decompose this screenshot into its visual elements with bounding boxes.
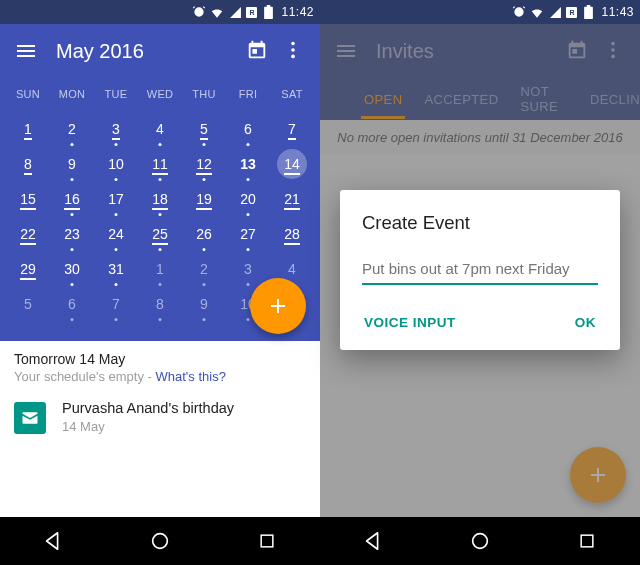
today-icon[interactable] — [246, 39, 270, 63]
whats-this-link[interactable]: What's this? — [155, 369, 225, 384]
calendar-day[interactable]: 24 — [94, 218, 138, 250]
calendar-day[interactable]: 7 — [270, 113, 314, 145]
fab-add-button[interactable] — [250, 278, 306, 334]
plus-icon — [266, 294, 290, 318]
calendar-day[interactable]: 6 — [50, 288, 94, 320]
calendar-day[interactable]: 20 — [226, 183, 270, 215]
alarm-icon — [512, 5, 526, 19]
wifi-icon — [530, 5, 544, 19]
envelope-icon — [14, 402, 46, 434]
r-indicator-icon: R — [566, 7, 577, 18]
tomorrow-label: Tomorrow 14 May — [14, 351, 306, 367]
calendar-day[interactable]: 5 — [6, 288, 50, 320]
home-icon[interactable] — [147, 528, 173, 554]
tomorrow-header: Tomorrow 14 May Your schedule's empty - … — [0, 341, 320, 386]
calendar-day[interactable]: 29 — [6, 253, 50, 285]
back-icon[interactable] — [40, 528, 66, 554]
calendar-day[interactable]: 31 — [94, 253, 138, 285]
calendar-day[interactable]: 4 — [138, 113, 182, 145]
calendar-day[interactable]: 2 — [182, 253, 226, 285]
svg-point-8 — [473, 534, 488, 549]
calendar-day[interactable]: 28 — [270, 218, 314, 250]
svg-rect-9 — [581, 535, 593, 547]
calendar-day[interactable]: 2 — [50, 113, 94, 145]
schedule-empty-label: Your schedule's empty - What's this? — [14, 369, 306, 384]
right-pane: R 11:43 Invites OPENACCEPTEDNOT SUREDECL… — [320, 0, 640, 565]
calendar-day[interactable]: 23 — [50, 218, 94, 250]
svg-rect-4 — [261, 535, 273, 547]
calendar-day[interactable]: 14 — [270, 148, 314, 180]
page-title[interactable]: May 2016 — [56, 40, 240, 63]
event-title: Purvasha Anand's birthday — [62, 400, 234, 416]
wifi-icon — [210, 5, 224, 19]
dow-label: SUN — [6, 82, 50, 110]
list-item[interactable]: Purvasha Anand's birthday 14 May — [0, 386, 320, 448]
back-icon[interactable] — [360, 528, 386, 554]
calendar-day[interactable]: 21 — [270, 183, 314, 215]
menu-icon[interactable] — [14, 39, 38, 63]
calendar-day[interactable]: 26 — [182, 218, 226, 250]
system-nav-bar — [0, 517, 320, 565]
left-pane: R 11:42 May 2016 SUNMONTUEWEDTHUFRISAT 1… — [0, 0, 320, 565]
calendar-day[interactable]: 1 — [138, 253, 182, 285]
calendar-day[interactable]: 25 — [138, 218, 182, 250]
calendar-day[interactable]: 15 — [6, 183, 50, 215]
svg-point-3 — [153, 534, 168, 549]
r-indicator-icon: R — [246, 7, 257, 18]
create-event-dialog: Create Event VOICE INPUT OK — [340, 190, 620, 350]
voice-input-button[interactable]: VOICE INPUT — [362, 309, 458, 336]
calendar-day[interactable]: 5 — [182, 113, 226, 145]
signal-icon — [548, 5, 562, 19]
status-bar: R 11:42 — [0, 0, 320, 24]
app-bar: May 2016 — [0, 24, 320, 78]
home-icon[interactable] — [467, 528, 493, 554]
dow-label: WED — [138, 82, 182, 110]
dow-label: TUE — [94, 82, 138, 110]
recent-icon[interactable] — [574, 528, 600, 554]
calendar-day[interactable]: 3 — [226, 253, 270, 285]
ok-button[interactable]: OK — [573, 309, 598, 336]
dow-label: FRI — [226, 82, 270, 110]
alarm-icon — [192, 5, 206, 19]
calendar-day[interactable]: 6 — [226, 113, 270, 145]
dow-label: THU — [182, 82, 226, 110]
event-list: Tomorrow 14 May Your schedule's empty - … — [0, 341, 320, 517]
dow-label: MON — [50, 82, 94, 110]
calendar-day[interactable]: 19 — [182, 183, 226, 215]
calendar-day[interactable]: 22 — [6, 218, 50, 250]
svg-point-0 — [291, 42, 295, 46]
signal-icon — [228, 5, 242, 19]
status-time: 11:43 — [601, 5, 634, 19]
calendar-day[interactable]: 10 — [94, 148, 138, 180]
status-bar: R 11:43 — [320, 0, 640, 24]
calendar-day[interactable]: 13 — [226, 148, 270, 180]
calendar-day[interactable]: 1 — [6, 113, 50, 145]
more-icon[interactable] — [282, 39, 306, 63]
calendar-day[interactable]: 9 — [50, 148, 94, 180]
calendar-day[interactable]: 8 — [138, 288, 182, 320]
battery-icon — [581, 5, 595, 19]
dialog-title: Create Event — [362, 212, 598, 234]
dow-label: SAT — [270, 82, 314, 110]
calendar-day[interactable]: 7 — [94, 288, 138, 320]
calendar-day[interactable]: 30 — [50, 253, 94, 285]
battery-icon — [261, 5, 275, 19]
event-input[interactable] — [362, 256, 598, 285]
calendar-day[interactable]: 27 — [226, 218, 270, 250]
recent-icon[interactable] — [254, 528, 280, 554]
calendar-day[interactable]: 18 — [138, 183, 182, 215]
system-nav-bar — [320, 517, 640, 565]
svg-point-2 — [291, 55, 295, 59]
event-date: 14 May — [62, 419, 234, 434]
status-time: 11:42 — [281, 5, 314, 19]
calendar-day[interactable]: 3 — [94, 113, 138, 145]
calendar-day[interactable]: 16 — [50, 183, 94, 215]
calendar-day[interactable]: 12 — [182, 148, 226, 180]
calendar-day[interactable]: 9 — [182, 288, 226, 320]
svg-point-1 — [291, 48, 295, 52]
calendar-day[interactable]: 11 — [138, 148, 182, 180]
calendar-day[interactable]: 8 — [6, 148, 50, 180]
calendar-day[interactable]: 17 — [94, 183, 138, 215]
